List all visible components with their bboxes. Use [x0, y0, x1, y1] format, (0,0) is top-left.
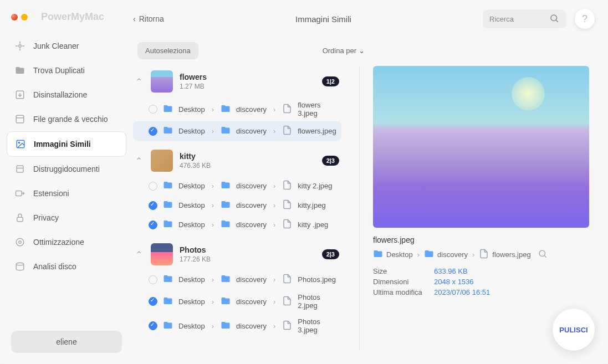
path-segment: Desktop: [178, 182, 205, 190]
autoselect-button[interactable]: Autoseleziona: [137, 42, 198, 59]
folder-icon: [163, 274, 173, 285]
checkbox[interactable]: [149, 297, 157, 306]
titlebar: PowerMyMac: [0, 11, 133, 34]
file-row[interactable]: Desktop › discovery › kitty .jpeg: [133, 215, 341, 234]
chevron-up-icon[interactable]: ⌃: [135, 249, 144, 260]
group-size: 476.36 KB: [180, 162, 315, 170]
path-segment: Desktop: [386, 250, 413, 259]
meta-dimensions: Dimensioni 2048 x 1536: [373, 276, 595, 287]
path-segment: discovery: [236, 182, 267, 190]
file-row[interactable]: Desktop › discovery › Photos 2.jpeg: [133, 289, 341, 314]
search-icon[interactable]: [538, 249, 548, 260]
svg-line-16: [544, 255, 546, 257]
sidebar-item-estensioni[interactable]: Estensioni: [7, 181, 126, 206]
sidebar-item-analisi-disco[interactable]: Analisi disco: [7, 254, 126, 279]
controls: Autoseleziona Ordina per ⌄: [133, 38, 595, 66]
folder-icon: [221, 125, 231, 137]
path-segment: discovery: [236, 275, 267, 284]
file-row[interactable]: Desktop › discovery › Photos.jpeg: [133, 270, 341, 289]
search-input[interactable]: Ricerca: [483, 10, 566, 28]
file-icon: [282, 199, 292, 211]
minimize-window-icon[interactable]: [21, 14, 28, 20]
checkbox[interactable]: [149, 127, 157, 136]
sort-button[interactable]: Ordina per ⌄: [323, 47, 365, 55]
nav-label: Disinstallazione: [33, 90, 87, 99]
file-name: flowers 3.jpeg: [298, 101, 337, 117]
group-header[interactable]: ⌃ Photos 177.26 KB 2|3: [133, 239, 341, 270]
file-name: flowers.jpeg: [298, 127, 336, 135]
preview-filename: flowers.jpeg: [373, 235, 595, 244]
folder-icon: [163, 104, 173, 115]
folder-icon: [163, 296, 173, 307]
checkbox[interactable]: [149, 182, 157, 191]
nav-label: File grande & vecchio: [33, 115, 108, 124]
meta-size: Size 633.96 KB: [373, 266, 595, 276]
back-label: Ritorna: [139, 14, 164, 23]
file-row[interactable]: Desktop › discovery › kitty.jpeg: [133, 196, 341, 215]
meta-label: Ultima modifica: [373, 288, 434, 296]
checkbox[interactable]: [149, 321, 157, 330]
sidebar-item-immagini-simili[interactable]: Immagini Simili: [7, 131, 126, 157]
file-icon: [479, 249, 489, 260]
nav-label: Distruggidocumenti: [33, 165, 100, 173]
file-row[interactable]: Desktop › discovery › flowers.jpeg: [133, 121, 341, 141]
checkbox[interactable]: [149, 275, 157, 284]
sidebar-item-disinstallazione[interactable]: Disinstallazione: [7, 83, 126, 107]
file-icon: [282, 296, 292, 307]
chevron-up-icon[interactable]: ⌃: [135, 76, 144, 87]
traffic-lights: [11, 14, 28, 20]
chevron-right-icon: ›: [273, 298, 275, 306]
chevron-up-icon[interactable]: ⌃: [135, 156, 144, 166]
meta-label: Dimensioni: [373, 278, 434, 286]
group-info: flowers 1.27 MB: [180, 73, 315, 90]
group-header[interactable]: ⌃ kitty 476.36 KB 2|3: [133, 145, 341, 176]
nav-icon: [14, 163, 25, 175]
meta-value: 2048 x 1536: [434, 278, 474, 286]
path-segment: Desktop: [178, 105, 205, 114]
checkbox[interactable]: [149, 201, 157, 210]
svg-point-15: [539, 250, 545, 257]
sidebar-item-distruggidocumenti[interactable]: Distruggidocumenti: [7, 157, 126, 181]
chevron-right-icon: ›: [273, 275, 275, 284]
chevron-right-icon: ›: [273, 221, 275, 229]
checkbox[interactable]: [149, 105, 157, 114]
path-segment: discovery: [236, 322, 267, 330]
checkbox[interactable]: [149, 221, 157, 229]
sidebar-item-privacy[interactable]: Privacy: [7, 206, 126, 230]
sidebar-item-trova-duplicati[interactable]: Trova Duplicati: [7, 58, 126, 83]
nav-icon: [14, 237, 25, 248]
path-segment: Desktop: [178, 221, 205, 229]
chevron-left-icon: ‹: [133, 14, 136, 23]
chevron-right-icon: ›: [212, 298, 214, 306]
group-header[interactable]: ⌃ flowers 1.27 MB 1|2: [133, 66, 341, 97]
help-button[interactable]: ?: [575, 9, 595, 29]
nav-icon: [14, 89, 25, 100]
sidebar-item-junk-cleaner[interactable]: Junk Cleaner: [7, 34, 126, 58]
file-row[interactable]: Desktop › discovery › flowers 3.jpeg: [133, 97, 341, 121]
path-segment: discovery: [236, 201, 267, 209]
nav: Junk CleanerTrova DuplicatiDisinstallazi…: [0, 34, 133, 331]
user-pill[interactable]: eliene: [11, 331, 122, 353]
file-icon: [282, 104, 292, 115]
clean-button[interactable]: PULISCI: [553, 309, 595, 351]
preview-panel: flowers.jpeg Desktop › discovery › flowe…: [373, 66, 595, 351]
group-info: kitty 476.36 KB: [180, 152, 315, 170]
preview-path: Desktop › discovery › flowers.jpeg: [373, 249, 595, 260]
sidebar-item-file-grande-&-vecchio[interactable]: File grande & vecchio: [7, 107, 126, 131]
close-window-icon[interactable]: [11, 14, 18, 20]
file-row[interactable]: Desktop › discovery › kitty 2.jpeg: [133, 176, 341, 196]
file-name: Photos 3.jpeg: [298, 317, 337, 334]
file-row[interactable]: Desktop › discovery › Photos 3.jpeg: [133, 314, 341, 338]
thumbnail: [151, 150, 173, 172]
preview-image: [373, 66, 589, 228]
back-button[interactable]: ‹ Ritorna: [133, 14, 164, 23]
svg-point-12: [16, 263, 24, 265]
page-title: Immagini Simili: [173, 14, 474, 24]
main: ‹ Ritorna Immagini Simili Ricerca ? Auto…: [133, 0, 608, 364]
file-name: kitty.jpeg: [298, 201, 325, 209]
svg-point-11: [19, 241, 22, 244]
nav-label: Immagini Simili: [34, 140, 91, 148]
sidebar-item-ottimizzazione[interactable]: Ottimizzazione: [7, 230, 126, 254]
group: ⌃ Photos 177.26 KB 2|3 Desktop › discove…: [133, 239, 341, 338]
folder-icon: [221, 104, 231, 115]
